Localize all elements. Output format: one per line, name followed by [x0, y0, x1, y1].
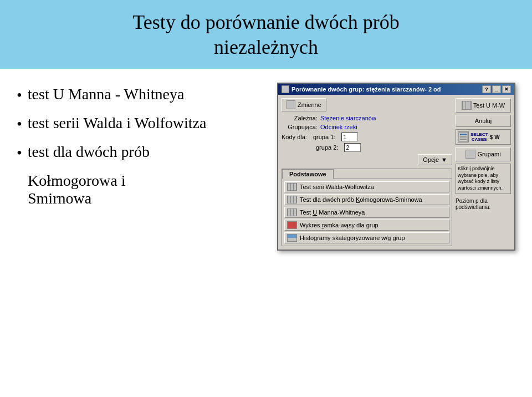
list-item-3: test dla dwóch prób: [17, 143, 266, 162]
select-cases-icon: [458, 131, 469, 142]
minimize-button[interactable]: _: [492, 85, 501, 93]
tab-podstawowe[interactable]: Podstawowe: [282, 169, 334, 179]
test-kolmogorowa-label: Test dla dwóch prób Kołmogorowa-Smirnowa: [300, 196, 422, 203]
test-walda-label: Test serii Walda-Wolfowitza: [300, 184, 374, 190]
test-histogramy-label: Histogramy skategoryzowane w/g grup: [300, 235, 405, 241]
svg-rect-2: [460, 136, 467, 138]
test-wykres-label: Wykres ramka-wąsy dla grup: [300, 222, 378, 228]
dialog-titlebar: Porównanie dwóch grup: stężenia siarczan…: [278, 84, 514, 95]
opcje-label: Opcje: [423, 156, 439, 163]
info-text: Kliknij podwójnie wybrane pole, aby wybr…: [456, 164, 511, 194]
sub-item-kolmogorowa: Kołmogorowa iSmirnowa: [28, 172, 266, 207]
grupujaca-value: Odcinek rzeki: [320, 124, 357, 130]
close-button[interactable]: ✕: [502, 85, 511, 93]
bullet-2-text: test serii Walda i Wolfowitza: [28, 114, 207, 132]
poziom-text: Poziom p dla podświetlania:: [456, 198, 490, 210]
svg-rect-3: [460, 139, 467, 140]
test-u-label: Test U M-W: [473, 102, 505, 109]
info-text-content: Kliknij podwójnie wybrane pole, aby wybr…: [458, 166, 503, 191]
dialog-main: Zmienne Zależna: Stężenie siarczanów Gru…: [282, 98, 452, 246]
grupa2-row: grupa 2:: [282, 143, 452, 152]
opcje-arrow: ▼: [441, 156, 447, 163]
test-btn-manna[interactable]: Test U Manna-Whitneya: [284, 207, 449, 218]
select-cases-label-1: SELECT: [470, 132, 488, 137]
tab-podstawowe-label: Podstawowe: [289, 171, 326, 177]
test-manna-icon: [287, 208, 297, 216]
help-button[interactable]: ?: [482, 85, 491, 93]
grupa2-label: grupa 2:: [316, 144, 338, 151]
dialog-title-icon: [282, 85, 289, 93]
zalezna-value: Stężenie siarczanów: [320, 115, 376, 121]
kody-label: Kody dla:: [282, 134, 307, 140]
list-item-2: test serii Walda i Wolfowitza: [17, 114, 266, 133]
grupami-label: Grupami: [477, 151, 500, 157]
titlebar-controls: ? _ ✕: [482, 85, 511, 93]
main-content: test U Manna - Whitneya test serii Walda…: [0, 69, 532, 262]
grupami-button[interactable]: Grupami: [456, 147, 511, 161]
zalezna-row: Zależna: Stężenie siarczanów: [282, 115, 452, 121]
anuluj-button[interactable]: Anuluj: [456, 115, 511, 127]
grupa1-input[interactable]: [341, 133, 358, 141]
test-btn-kolmogorowa[interactable]: Test dla dwóch prób Kołmogorowa-Smirnowa: [284, 194, 449, 205]
bullet-list: test U Manna - Whitneya test serii Walda…: [17, 85, 266, 162]
left-panel: test U Manna - Whitneya test serii Walda…: [17, 80, 266, 251]
select-cases-label-2: CASES: [472, 137, 487, 142]
grupa1-label: grupa 1:: [313, 134, 335, 140]
test-btn-list: Test serii Walda-Wolfowitza Test dla dwó…: [282, 179, 452, 246]
svg-rect-1: [460, 134, 467, 135]
test-kolmogorowa-icon: [287, 196, 297, 203]
test-manna-label: Test U Manna-Whitneya: [300, 209, 365, 216]
grupujaca-row: Grupująca: Odcinek rzeki: [282, 124, 452, 130]
list-item-1: test U Manna - Whitneya: [17, 85, 266, 104]
test-walda-icon: [287, 183, 297, 191]
zmienne-label: Zmienne: [298, 101, 321, 108]
poziom-label: Poziom p dla podświetlania:: [456, 198, 511, 210]
grupa2-input[interactable]: [344, 143, 361, 152]
grupami-icon: [466, 150, 475, 159]
zmienne-button[interactable]: Zmienne: [282, 98, 326, 111]
kody-section: Kody dla: grupa 1: grupa 2:: [282, 133, 452, 152]
test-u-button[interactable]: Test U M-W: [456, 98, 511, 113]
dialog-right-panel: Test U M-W Anuluj: [456, 98, 511, 246]
test-wykres-icon: [287, 221, 297, 229]
test-u-icon: [462, 101, 472, 110]
test-btn-wykres[interactable]: Wykres ramka-wąsy dla grup: [284, 220, 449, 231]
dialog-title-text: Porównanie dwóch grup: stężenia siarczan…: [291, 86, 441, 93]
title-line2: niezależnych: [214, 36, 318, 58]
select-cases-area[interactable]: SELECT CASES $ W: [456, 129, 511, 145]
grupujaca-label: Grupująca:: [282, 124, 320, 130]
dialog-body: Zmienne Zależna: Stężenie siarczanów Gru…: [278, 95, 514, 250]
zalezna-label: Zależna:: [282, 115, 320, 121]
title-bar: Testy do porównanie dwóch prób niezależn…: [0, 0, 532, 69]
zmienne-icon: [287, 100, 295, 109]
bullet-1-text: test U Manna - Whitneya: [28, 85, 185, 103]
title-line1: Testy do porównanie dwóch prób: [132, 11, 399, 33]
dialog-titlebar-left: Porównanie dwóch grup: stężenia siarczan…: [282, 85, 441, 93]
test-btn-walda[interactable]: Test serii Walda-Wolfowitza: [284, 181, 449, 192]
select-cases-w: W: [494, 134, 499, 140]
opcje-button[interactable]: Opcje ▼: [418, 154, 452, 165]
select-cases-dollar: $: [490, 134, 493, 140]
tabs-area: Podstawowe Test serii Walda-Wolfowitza T…: [282, 169, 452, 246]
dialog-window: Porównanie dwóch grup: stężenia siarczan…: [277, 83, 515, 251]
test-btn-histogramy[interactable]: Histogramy skategoryzowane w/g grup: [284, 232, 449, 243]
tab-row: Podstawowe: [282, 169, 452, 179]
test-histogramy-icon: [287, 234, 297, 242]
bullet-3-text: test dla dwóch prób: [28, 143, 150, 161]
top-btn-row: Zmienne: [282, 98, 452, 111]
kody-row: Kody dla: grupa 1:: [282, 133, 452, 141]
anuluj-label: Anuluj: [475, 118, 492, 124]
